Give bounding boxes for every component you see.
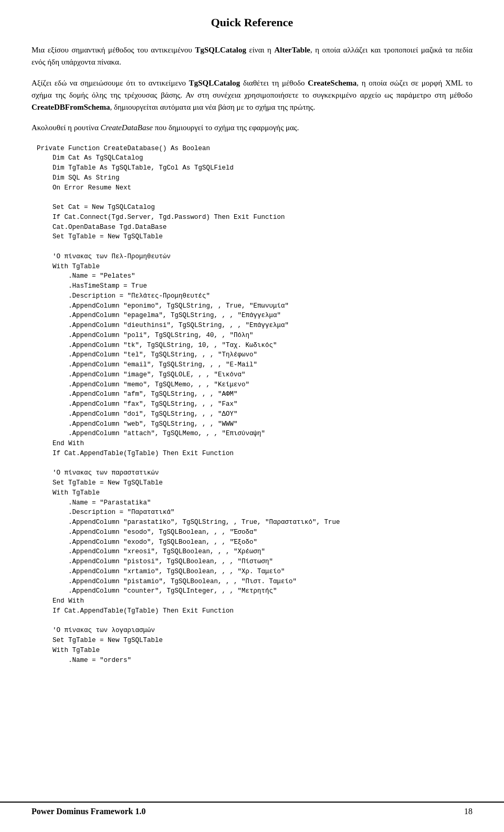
footer: Power Dominus Framework 1.0 18 <box>0 802 504 816</box>
paragraph-2: Αξίζει εδώ να σημειώσουμε ότι το αντικεί… <box>32 77 472 114</box>
footer-title: Power Dominus Framework 1.0 <box>32 807 145 816</box>
page-title: Quick Reference <box>32 16 472 29</box>
code-block: Private Function CreateDatabase() As Boo… <box>32 144 472 666</box>
paragraph-3: Ακολουθεί η ρουτίνα CreateDataBase που δ… <box>32 122 472 134</box>
paragraph-1: Μια εξίσου σημαντική μέθοδος του αντικει… <box>32 44 472 69</box>
footer-page-number: 18 <box>464 807 472 816</box>
